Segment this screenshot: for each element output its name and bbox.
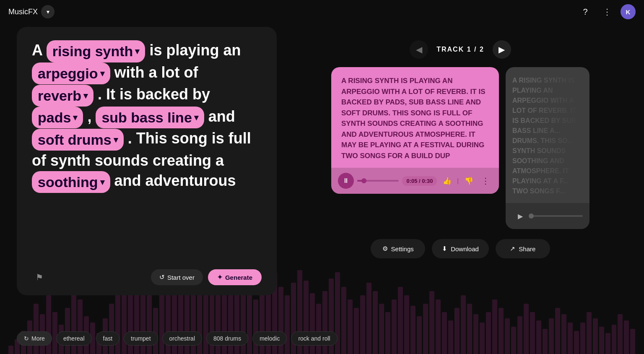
track-label: TRACK 1 / 2	[436, 46, 484, 53]
topbar-right: ? ⋮ K	[577, 3, 636, 20]
tracks-row: A RISING SYNTH IS PLAYING AN ARPEGGIO WI…	[331, 67, 589, 229]
download-button[interactable]: ⬇ Download	[432, 239, 489, 258]
suggestion-ethereal[interactable]: ethereal	[56, 331, 92, 346]
footer-buttons: ↺ Start over ✦ Generate	[151, 269, 262, 285]
help-icon: ?	[583, 7, 587, 17]
topbar-left: MusicFX ▾	[8, 5, 55, 18]
more-vert-icon: ⋮	[603, 7, 611, 17]
suggestion-rock-and-roll[interactable]: rock and roll	[291, 331, 337, 346]
more-suggestions-button[interactable]: ↻ More	[17, 331, 52, 346]
chip-soft-drums[interactable]: soft drums ▾	[32, 129, 124, 151]
suggestion-fast[interactable]: fast	[96, 331, 120, 346]
prompt-it-is-backed: . It is backed by	[98, 86, 210, 103]
chevron-down-icon: ▾	[100, 177, 104, 187]
chip-arpeggio[interactable]: arpeggio ▾	[32, 62, 110, 84]
prompt-panel: A rising synth ▾ is playing an arpeggio …	[17, 27, 277, 295]
topbar: MusicFX ▾ ? ⋮ K	[0, 0, 644, 23]
suggestion-label: 808 drums	[213, 335, 241, 342]
suggestions-area: ↻ More ethereal fast trumpet orchestral …	[17, 331, 338, 346]
time-display: 0:05 / 0:30	[402, 176, 437, 186]
download-icon: ⬇	[442, 245, 447, 252]
progress-fill	[357, 180, 364, 182]
generate-label: Generate	[225, 274, 252, 281]
chevron-left-icon: ◀	[416, 44, 422, 55]
prev-track-button[interactable]: ◀	[410, 40, 428, 59]
share-button[interactable]: ↗ Share	[496, 239, 550, 258]
app-menu-button[interactable]: ▾	[41, 5, 55, 18]
suggestion-trumpet[interactable]: trumpet	[124, 331, 158, 346]
help-button[interactable]: ?	[577, 3, 594, 20]
chevron-down-icon: ▾	[83, 90, 88, 101]
start-over-label: Start over	[167, 274, 195, 281]
chevron-down-icon: ▾	[100, 68, 104, 79]
pause-button[interactable]: ⏸	[338, 173, 354, 189]
chevron-down-icon: ▾	[194, 112, 198, 123]
more-label: More	[31, 335, 45, 342]
account-button[interactable]: K	[621, 4, 636, 19]
suggestion-label: rock and roll	[298, 335, 330, 342]
track-card-inactive: A RISING SYNTH IS PLAYING AN ARPEGGIO WI…	[506, 67, 589, 229]
generate-button[interactable]: ✦ Generate	[208, 269, 262, 285]
app-title: MusicFX	[8, 8, 38, 16]
prompt-text: A rising synth ▾ is playing an arpeggio …	[32, 40, 262, 261]
refresh-icon: ↺	[159, 273, 165, 281]
thumbs-down-button[interactable]: 👎	[462, 174, 475, 187]
chevron-right-icon: ▶	[499, 44, 505, 55]
main-content: A rising synth ▾ is playing an arpeggio …	[0, 23, 644, 354]
download-label: Download	[451, 245, 479, 252]
thumb-up-icon: 👍	[443, 177, 452, 185]
settings-icon: ⚙	[382, 245, 388, 252]
track-card-active: A RISING SYNTH IS PLAYING AN ARPEGGIO WI…	[331, 67, 499, 194]
prompt-comma: ,	[87, 108, 96, 125]
track-lyrics-inactive: A RISING SYNTH IS PLAYING AN ARPEGGIO WI…	[506, 67, 589, 203]
share-icon: ↗	[510, 245, 515, 252]
prompt-footer: ⚑ ↺ Start over ✦ Generate	[32, 269, 262, 285]
flag-button[interactable]: ⚑	[32, 270, 47, 285]
chip-sub-bass[interactable]: sub bass line ▾	[96, 107, 204, 128]
thumbs-up-button[interactable]: 👍	[440, 174, 454, 187]
track-more-button[interactable]: ⋮	[479, 174, 492, 187]
track-lyrics-active: A RISING SYNTH IS PLAYING AN ARPEGGIO WI…	[331, 67, 499, 168]
settings-button[interactable]: ⚙ Settings	[371, 239, 425, 258]
prompt-with-a-lot: with a lot of	[114, 64, 198, 81]
track-controls-inactive: ▶	[506, 203, 589, 229]
pause-icon: ⏸	[343, 177, 349, 185]
settings-label: Settings	[391, 245, 414, 252]
prompt-is-playing: is playing an	[149, 42, 241, 59]
chevron-down-icon: ▾	[114, 134, 118, 145]
suggestion-label: trumpet	[131, 335, 151, 342]
play-icon: ▶	[518, 212, 523, 220]
suggestion-label: fast	[103, 335, 113, 342]
track-controls-active: ⏸ 0:05 / 0:30 👍 | 👎 ⋮	[331, 168, 499, 194]
flag-icon: ⚑	[36, 272, 43, 282]
avatar-initial: K	[626, 8, 631, 16]
tracks-panel: ◀ TRACK 1 / 2 ▶ A RISING SYNTH IS PLAYIN…	[293, 23, 627, 354]
track-nav: ◀ TRACK 1 / 2 ▶	[410, 40, 511, 59]
chip-soothing[interactable]: soothing ▾	[32, 171, 110, 193]
more-vert-icon: ⋮	[481, 176, 490, 186]
spark-icon: ✦	[217, 273, 223, 281]
suggestion-label: orchestral	[169, 335, 195, 342]
chip-rising-synth[interactable]: rising synth ▾	[47, 40, 145, 62]
more-options-button[interactable]: ⋮	[599, 3, 615, 20]
thumb-down-icon: 👎	[465, 177, 473, 185]
divider: |	[457, 177, 459, 184]
chip-reverb[interactable]: reverb ▾	[32, 85, 93, 107]
suggestion-label: ethereal	[63, 335, 85, 342]
suggestion-melodic[interactable]: melodic	[252, 331, 287, 346]
next-track-button[interactable]: ▶	[493, 40, 511, 59]
prompt-and: and	[208, 108, 235, 125]
refresh-icon: ↻	[24, 335, 29, 342]
action-row: ⚙ Settings ⬇ Download ↗ Share	[371, 239, 550, 258]
progress-bar-inactive[interactable]	[532, 215, 583, 217]
chip-pads[interactable]: pads ▾	[32, 107, 83, 128]
share-label: Share	[519, 245, 535, 252]
prompt-prefix-a: A	[32, 42, 47, 59]
prompt-and-adventurous: and adventurous	[114, 172, 236, 189]
play-button-inactive[interactable]: ▶	[512, 208, 528, 224]
start-over-button[interactable]: ↺ Start over	[151, 269, 203, 285]
suggestion-808-drums[interactable]: 808 drums	[206, 331, 248, 346]
suggestion-orchestral[interactable]: orchestral	[162, 331, 202, 346]
progress-bar[interactable]	[357, 180, 399, 182]
chevron-down-icon: ▾	[135, 46, 139, 57]
